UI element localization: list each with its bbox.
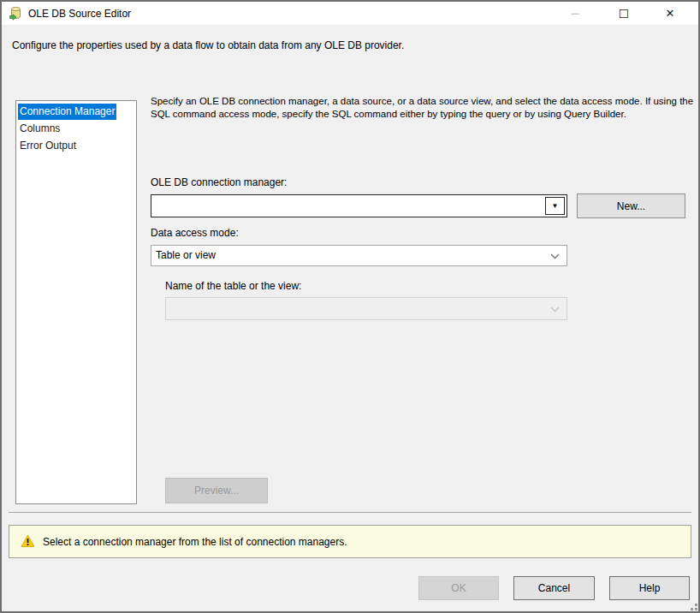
nav-item-connection-manager[interactable]: Connection Manager: [16, 103, 136, 120]
connection-manager-combobox[interactable]: ▼: [151, 194, 567, 217]
ok-button[interactable]: OK: [418, 576, 499, 600]
new-connection-button[interactable]: New...: [577, 193, 685, 218]
dialog-description: Configure the properties used by a data …: [12, 39, 679, 51]
ole-db-source-editor-dialog: OLE DB Source Editor ─ ☐ ✕ Configure the…: [0, 0, 700, 613]
resize-grip[interactable]: [687, 600, 697, 610]
chevron-down-icon: [550, 306, 560, 312]
title-bar: OLE DB Source Editor ─ ☐ ✕: [2, 2, 698, 25]
nav-item-error-output[interactable]: Error Output: [16, 137, 136, 154]
panel-description: Specify an OLE DB connection manager, a …: [151, 95, 697, 121]
page-list: Connection Manager Columns Error Output: [15, 100, 137, 504]
maximize-icon[interactable]: ☐: [605, 2, 643, 25]
chevron-down-icon: [550, 253, 560, 259]
warning-text: Select a connection manager from the lis…: [43, 536, 347, 548]
connection-manager-label: OLE DB connection manager:: [151, 176, 287, 188]
warning-banner: Select a connection manager from the lis…: [9, 525, 691, 558]
close-icon[interactable]: ✕: [651, 2, 689, 25]
help-button[interactable]: Help: [609, 576, 690, 600]
data-access-mode-label: Data access mode:: [151, 227, 239, 239]
data-access-mode-combobox[interactable]: Table or view: [151, 245, 567, 266]
window-title: OLE DB Source Editor: [28, 8, 131, 20]
separator-line: [9, 512, 691, 513]
cancel-button[interactable]: Cancel: [513, 576, 595, 600]
preview-button[interactable]: Preview...: [165, 478, 268, 503]
minimize-icon: ─: [556, 2, 594, 25]
data-access-mode-value: Table or view: [156, 249, 216, 261]
warning-icon: [21, 534, 35, 548]
ole-db-source-icon: [9, 6, 23, 21]
table-name-combobox[interactable]: [165, 297, 567, 320]
nav-item-columns[interactable]: Columns: [16, 120, 136, 137]
dropdown-arrow-icon[interactable]: ▼: [545, 197, 565, 215]
table-name-label: Name of the table or the view:: [165, 280, 301, 292]
